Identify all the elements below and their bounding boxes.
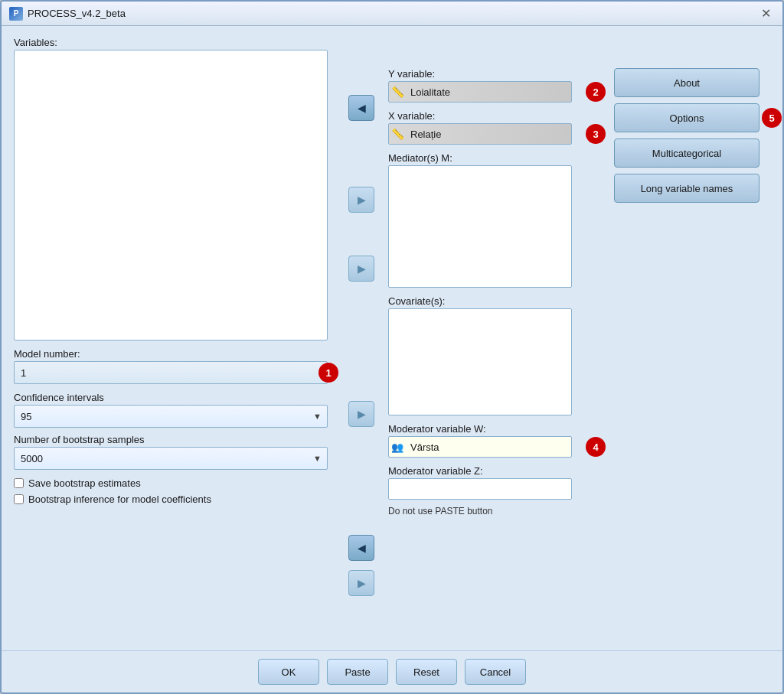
bootstrap-inference-label: Bootstrap inference for model coefficien…: [28, 494, 211, 505]
bootstrap-label: Number of bootstrap samples: [14, 434, 343, 445]
far-right-panel: About Options 5 Multicategorical Long va…: [614, 68, 771, 203]
covariate-arrow-button[interactable]: ▶: [348, 401, 374, 427]
covariate-arrows-group: ▶: [348, 401, 374, 427]
covariate-group: Covariate(s):: [388, 295, 595, 415]
bottom-bar: OK Paste Reset Cancel: [2, 650, 782, 692]
x-input-wrapper: 📏 3: [388, 123, 595, 145]
model-number-badge: 1: [318, 363, 338, 383]
moderator-w-group: Moderator variable W: 👥 4: [388, 423, 595, 458]
moderator-z-group: Moderator variable Z:: [388, 465, 595, 500]
x-arrow-button[interactable]: ▶: [348, 187, 374, 213]
close-button[interactable]: ✕: [756, 5, 775, 23]
bootstrap-dropdown[interactable]: 1000 5000 10000: [14, 447, 328, 470]
moderator-w-people-icon: 👥: [391, 441, 403, 453]
mediator-label: Mediator(s) M:: [388, 152, 595, 164]
app-icon: P: [9, 7, 23, 21]
mediator-group: Mediator(s) M:: [388, 152, 595, 288]
y-arrow-button[interactable]: ◀: [348, 95, 374, 121]
model-number-input[interactable]: [14, 361, 328, 384]
x-variable-group: X variable: 📏 3: [388, 110, 595, 145]
moderator-z-label: Moderator variable Z:: [388, 465, 595, 477]
confidence-section: Confidence intervals 90 95 99 ▼: [14, 392, 343, 428]
right-vars-panel: Y variable: 📏 2 X variable: 📏 3 Mediator: [388, 68, 595, 516]
main-window: P PROCESS_v4.2_beta ✕ Variables: Model n…: [0, 0, 784, 694]
moderator-w-input[interactable]: [388, 436, 572, 458]
moderator-z-arrow-button[interactable]: ▶: [348, 570, 374, 596]
save-bootstrap-checkbox[interactable]: [14, 478, 24, 488]
cancel-button[interactable]: Cancel: [465, 659, 526, 685]
y-variable-group: Y variable: 📏 2: [388, 68, 595, 103]
title-bar: P PROCESS_v4.2_beta ✕: [2, 2, 782, 26]
do-not-paste-text: Do not use PASTE button: [388, 506, 595, 516]
left-panel: Variables: Model number: 1 Confidence in…: [14, 37, 343, 510]
x-variable-label: X variable:: [388, 110, 595, 122]
model-number-wrapper: 1: [14, 361, 328, 384]
y-ruler-icon: 📏: [391, 86, 404, 98]
mediator-arrow-button[interactable]: ▶: [348, 256, 374, 282]
moderator-w-label: Moderator variable W:: [388, 423, 595, 435]
model-number-label: Model number:: [14, 348, 343, 360]
confidence-dropdown[interactable]: 90 95 99: [14, 405, 328, 428]
moderator-w-wrapper: 👥 4: [388, 436, 595, 458]
bootstrap-inference-row: Bootstrap inference for model coefficien…: [14, 494, 343, 505]
model-number-section: Model number: 1: [14, 348, 343, 384]
x-badge: 3: [586, 124, 606, 144]
covariate-listbox[interactable]: [388, 308, 572, 415]
mediator-listbox[interactable]: [388, 165, 572, 288]
reset-button[interactable]: Reset: [396, 659, 457, 685]
y-variable-label: Y variable:: [388, 68, 595, 80]
confidence-label: Confidence intervals: [14, 392, 343, 403]
x-ruler-icon: 📏: [391, 128, 404, 140]
options-badge: 5: [762, 108, 782, 128]
y-badge: 2: [586, 82, 606, 102]
moderator-w-arrows-group: ◀ ▶: [348, 535, 374, 596]
bootstrap-inference-checkbox[interactable]: [14, 494, 24, 504]
covariate-label: Covariate(s):: [388, 295, 595, 307]
options-button[interactable]: Options: [614, 103, 760, 132]
bootstrap-dropdown-wrapper: 1000 5000 10000 ▼: [14, 447, 328, 470]
options-wrapper: Options 5: [614, 103, 771, 132]
checkboxes-section: Save bootstrap estimates Bootstrap infer…: [14, 477, 343, 505]
window-title: PROCESS_v4.2_beta: [28, 8, 126, 19]
moderator-w-badge: 4: [586, 437, 606, 457]
variables-label: Variables:: [14, 37, 343, 48]
moderator-z-input[interactable]: [388, 478, 572, 500]
save-bootstrap-label: Save bootstrap estimates: [28, 477, 141, 489]
long-variable-names-button[interactable]: Long variable names: [614, 174, 760, 203]
bootstrap-section: Number of bootstrap samples 1000 5000 10…: [14, 434, 343, 470]
multicategorical-button[interactable]: Multicategorical: [614, 138, 760, 168]
x-variable-input[interactable]: [388, 123, 572, 145]
title-bar-left: P PROCESS_v4.2_beta: [9, 7, 126, 21]
save-bootstrap-row: Save bootstrap estimates: [14, 477, 343, 489]
ok-button[interactable]: OK: [258, 659, 319, 685]
y-variable-input[interactable]: [388, 81, 572, 103]
mediator-arrows-group: ▶: [348, 256, 374, 282]
variables-listbox[interactable]: [14, 50, 328, 340]
moderator-w-back-arrow-button[interactable]: ◀: [348, 535, 374, 561]
about-button[interactable]: About: [614, 68, 760, 97]
paste-button[interactable]: Paste: [327, 659, 388, 685]
y-input-wrapper: 📏 2: [388, 81, 595, 103]
confidence-dropdown-wrapper: 90 95 99 ▼: [14, 405, 328, 428]
top-arrows-group: ◀ ▶: [348, 95, 374, 213]
